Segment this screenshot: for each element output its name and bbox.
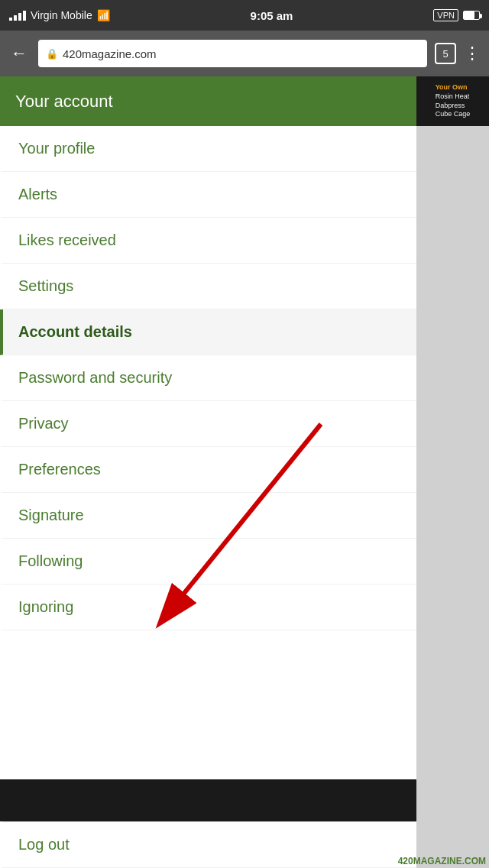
menu-list: Your profile Alerts Likes received Setti… bbox=[0, 126, 416, 779]
status-left: Virgin Mobile 📶 bbox=[9, 9, 110, 21]
back-button[interactable]: ← bbox=[8, 40, 31, 66]
sidebar-item-ignoring[interactable]: Ignoring bbox=[0, 585, 416, 630]
browser-menu-button[interactable]: ⋮ bbox=[464, 44, 481, 63]
sidebar-item-label-privacy: Privacy bbox=[18, 415, 69, 432]
signal-bar-3 bbox=[18, 13, 21, 21]
signal-bars bbox=[9, 11, 26, 21]
sidebar-item-account-details[interactable]: Account details bbox=[0, 309, 416, 355]
right-panel-top: Your Own Rosin Heat Dabpress Cube Cage bbox=[416, 76, 489, 126]
signal-bar-1 bbox=[9, 18, 12, 21]
ad-line4: Cube Cage bbox=[436, 110, 471, 119]
sidebar-item-your-profile[interactable]: Your profile bbox=[0, 126, 416, 172]
wifi-icon: 📶 bbox=[97, 9, 110, 21]
sidebar-item-label-your-profile: Your profile bbox=[18, 140, 95, 157]
status-right: VPN bbox=[433, 9, 480, 21]
lock-icon: 🔒 bbox=[46, 48, 58, 60]
sidebar-item-label-logout: Log out bbox=[18, 836, 70, 853]
bottom-bar bbox=[0, 779, 416, 821]
ad-line2: Rosin Heat bbox=[436, 92, 471, 102]
sidebar-item-preferences[interactable]: Preferences bbox=[0, 447, 416, 493]
carrier-name: Virgin Mobile bbox=[31, 9, 92, 21]
sidebar-item-label-preferences: Preferences bbox=[18, 461, 101, 478]
right-panel-bottom bbox=[416, 126, 489, 868]
battery-fill bbox=[464, 11, 474, 19]
sidebar-item-signature[interactable]: Signature bbox=[0, 493, 416, 539]
url-text: 420magazine.com bbox=[63, 47, 157, 60]
sidebar: Your account Your profile Alerts Likes r… bbox=[0, 76, 416, 868]
ad-line3: Dabpress bbox=[436, 102, 471, 111]
signal-bar-4 bbox=[23, 11, 26, 21]
address-bar[interactable]: 🔒 420magazine.com bbox=[38, 40, 427, 67]
sidebar-item-label-password-security: Password and security bbox=[18, 369, 172, 387]
sidebar-item-likes-received[interactable]: Likes received bbox=[0, 218, 416, 264]
sidebar-item-label-ignoring: Ignoring bbox=[18, 598, 73, 616]
sidebar-item-label-settings: Settings bbox=[18, 277, 73, 295]
sidebar-item-privacy[interactable]: Privacy bbox=[0, 401, 416, 447]
sidebar-item-label-following: Following bbox=[18, 552, 83, 570]
battery-icon bbox=[463, 11, 480, 20]
right-panel: Your Own Rosin Heat Dabpress Cube Cage 4… bbox=[416, 76, 489, 868]
account-header-label: Your account bbox=[15, 92, 113, 112]
signal-bar-2 bbox=[14, 15, 17, 21]
status-bar: Virgin Mobile 📶 9:05 am VPN bbox=[0, 0, 489, 31]
main-area: Your account Your profile Alerts Likes r… bbox=[0, 76, 489, 868]
account-header: Your account bbox=[0, 76, 416, 126]
sidebar-item-label-account-details: Account details bbox=[18, 323, 132, 341]
ad-text: Your Own Rosin Heat Dabpress Cube Cage bbox=[432, 79, 474, 124]
browser-bar: ← 🔒 420magazine.com 5 ⋮ bbox=[0, 31, 489, 76]
status-time: 9:05 am bbox=[251, 9, 293, 22]
tab-count[interactable]: 5 bbox=[435, 43, 456, 64]
ad-line1: Your Own bbox=[436, 83, 471, 92]
sidebar-item-following[interactable]: Following bbox=[0, 539, 416, 585]
sidebar-item-label-alerts: Alerts bbox=[18, 186, 57, 203]
sidebar-item-password-security[interactable]: Password and security bbox=[0, 355, 416, 401]
sidebar-item-alerts[interactable]: Alerts bbox=[0, 172, 416, 218]
vpn-badge: VPN bbox=[433, 9, 458, 21]
sidebar-item-label-likes-received: Likes received bbox=[18, 232, 116, 249]
sidebar-item-logout[interactable]: Log out bbox=[0, 821, 416, 868]
watermark: 420MAGAZINE.COM bbox=[398, 856, 486, 866]
sidebar-item-label-signature: Signature bbox=[18, 507, 84, 524]
sidebar-item-settings[interactable]: Settings bbox=[0, 264, 416, 309]
